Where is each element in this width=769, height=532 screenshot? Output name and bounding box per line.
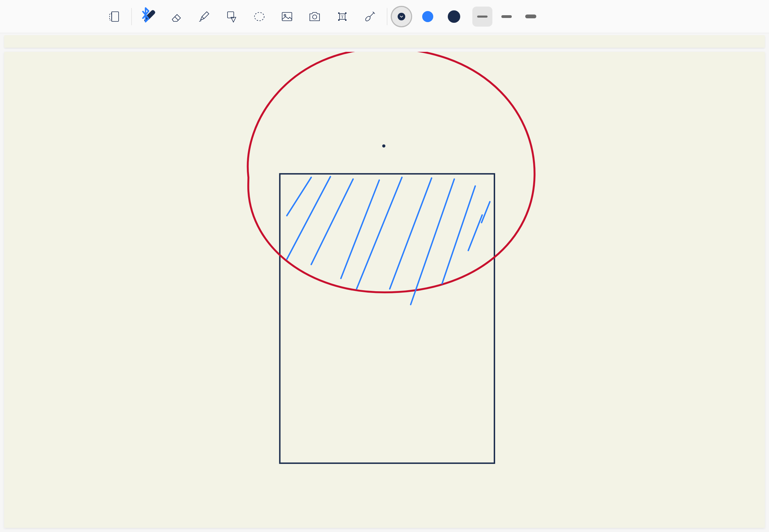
color-swatch-navy-large xyxy=(448,10,460,23)
eraser-button[interactable] xyxy=(163,3,190,30)
link-icon xyxy=(362,9,378,24)
bluetooth-icon xyxy=(138,7,153,24)
svg-point-4 xyxy=(284,14,286,16)
drawn-rectangle xyxy=(280,174,494,463)
svg-point-5 xyxy=(313,15,317,19)
stroke-medium-indicator xyxy=(501,15,512,18)
stroke-thin-indicator xyxy=(477,16,488,18)
image-icon xyxy=(279,9,295,24)
drawn-dot xyxy=(382,144,385,148)
image-button[interactable] xyxy=(274,3,300,30)
link-button[interactable] xyxy=(356,3,383,30)
lasso-button[interactable] xyxy=(246,3,273,30)
svg-rect-0 xyxy=(112,12,119,21)
separator xyxy=(387,8,387,25)
drawing-layer xyxy=(4,52,765,528)
text-icon: T xyxy=(335,9,350,24)
highlighter-button[interactable] xyxy=(191,3,217,30)
highlighter-icon xyxy=(196,9,212,24)
pen-button[interactable] xyxy=(135,3,162,30)
color-navy-button[interactable] xyxy=(443,6,465,27)
drawn-hatching xyxy=(287,177,490,304)
page-template-icon xyxy=(107,9,122,24)
shapes-button[interactable] xyxy=(218,3,245,30)
camera-icon xyxy=(307,9,322,24)
text-button[interactable]: T xyxy=(329,3,356,30)
color-blue-button[interactable] xyxy=(417,6,438,27)
camera-button[interactable] xyxy=(301,3,328,30)
separator xyxy=(131,8,132,25)
lasso-icon xyxy=(252,9,267,24)
page-template-button[interactable] xyxy=(101,3,128,30)
svg-point-2 xyxy=(254,12,264,21)
stroke-thin-button[interactable] xyxy=(472,7,492,27)
svg-rect-3 xyxy=(282,12,292,21)
stroke-medium-button[interactable] xyxy=(497,7,517,27)
shapes-icon xyxy=(224,9,239,24)
drawn-circle xyxy=(248,52,535,292)
previous-page-sliver[interactable] xyxy=(4,35,765,48)
color-swatch-navy xyxy=(398,13,405,20)
eraser-icon xyxy=(169,9,184,24)
toolbar: T xyxy=(0,0,769,33)
stroke-thick-indicator xyxy=(525,15,536,18)
canvas-area xyxy=(0,33,769,532)
color-swatch-blue xyxy=(422,11,433,22)
page-canvas[interactable] xyxy=(4,52,765,528)
color-current-button[interactable] xyxy=(391,6,412,27)
stroke-thick-button[interactable] xyxy=(521,7,541,27)
chevron-down-icon xyxy=(400,16,403,18)
svg-text:T: T xyxy=(341,14,344,19)
